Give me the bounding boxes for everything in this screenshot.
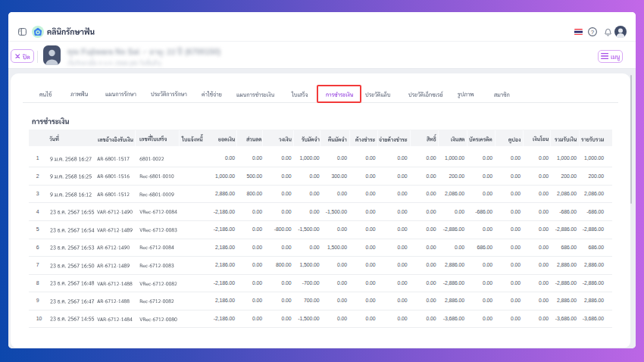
svg-text:?: ? (591, 29, 595, 36)
